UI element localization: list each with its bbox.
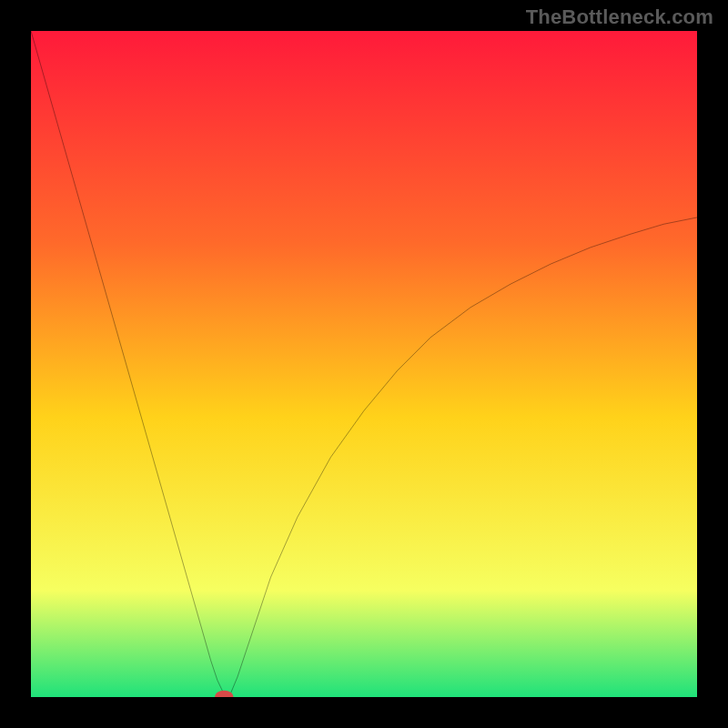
- attribution-text: TheBottleneck.com: [526, 5, 713, 29]
- bottleneck-chart: [31, 31, 697, 697]
- chart-frame: TheBottleneck.com: [0, 0, 728, 728]
- plot-background: [31, 31, 697, 697]
